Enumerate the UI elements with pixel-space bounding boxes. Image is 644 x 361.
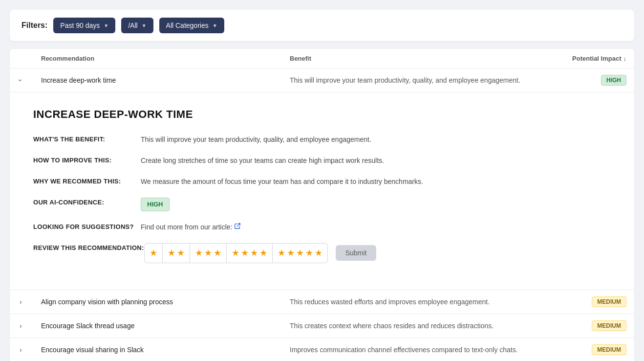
suggestions-value: Find out more from our article:	[141, 222, 611, 232]
star-filled: ★	[296, 247, 304, 260]
why-recommend-value: We measure the amount of focus time your…	[141, 177, 611, 187]
detail-panel: INCREASE DEEP-WORK TIME WHAT'S THE BENEF…	[10, 92, 634, 290]
star-group-5[interactable]: ★ ★ ★ ★ ★	[273, 244, 327, 263]
benefit-label: WHAT'S THE BENEFIT:	[33, 135, 141, 143]
expand-button-row1[interactable]: ›	[15, 77, 26, 84]
scope-filter-label: /All	[128, 22, 137, 29]
star-filled: ★	[305, 247, 313, 260]
star-group-3[interactable]: ★ ★ ★	[190, 244, 227, 263]
star-filled: ★	[287, 247, 295, 260]
impact-badge-cell: HIGH	[538, 75, 626, 86]
suggestions-row: LOOKING FOR SUGGESTIONS? Find out more f…	[33, 222, 611, 232]
filters-label: Filters:	[21, 21, 47, 30]
col-recommendation: Recommendation	[41, 55, 290, 62]
impact-badge-cell: MEDIUM	[538, 320, 626, 331]
star-filled: ★	[177, 247, 185, 260]
table-header: Recommendation Benefit Potential Impact …	[10, 49, 634, 68]
expand-button-row4[interactable]: ›	[18, 344, 24, 356]
table-row: › Encourage Slack thread usage This crea…	[10, 314, 634, 338]
main-card: Recommendation Benefit Potential Impact …	[10, 49, 634, 361]
sort-icon: ↓	[623, 55, 627, 62]
star-group-4[interactable]: ★ ★ ★ ★	[227, 244, 273, 263]
star-filled: ★	[195, 247, 203, 260]
why-recommend-label: WHY WE RECOMMED THIS:	[33, 177, 141, 185]
star-filled: ★	[150, 247, 157, 260]
how-to-improve-row: HOW TO IMPROVE THIS: Create long stretch…	[33, 156, 611, 166]
suggestions-label: LOOKING FOR SUGGESTIONS?	[33, 222, 141, 230]
star-rating[interactable]: ★ ★ ★ ★ ★ ★	[144, 243, 328, 263]
star-filled: ★	[214, 247, 221, 260]
impact-badge-cell: MEDIUM	[538, 296, 626, 307]
benefit-text: This reduces wasted efforts and improves…	[290, 298, 538, 306]
chevron-down-icon: ▼	[104, 23, 108, 28]
time-filter-button[interactable]: Past 90 days ▼	[53, 18, 115, 33]
star-filled: ★	[232, 247, 239, 260]
category-filter-label: All Categories	[166, 22, 209, 29]
ai-confidence-value: HIGH	[141, 198, 611, 211]
star-filled: ★	[168, 247, 175, 260]
benefit-value: This will improve your team productivity…	[141, 135, 611, 145]
recommendation-name: Encourage Slack thread usage	[41, 322, 290, 330]
expand-button-row2[interactable]: ›	[18, 296, 24, 308]
col-benefit: Benefit	[290, 55, 538, 62]
table-row: › Align company vision with planning pro…	[10, 290, 634, 314]
review-label: REVIEW THIS RECOMMENDATION:	[33, 243, 144, 251]
ai-confidence-label: OUR AI-CONFIDENCE:	[33, 198, 141, 206]
impact-badge-cell: MEDIUM	[538, 344, 626, 355]
star-filled: ★	[204, 247, 212, 260]
table-row: › Increase deep-work time This will impr…	[10, 68, 634, 92]
star-filled: ★	[259, 247, 267, 260]
scope-filter-button[interactable]: /All ▼	[121, 18, 153, 33]
benefit-row: WHAT'S THE BENEFIT: This will improve yo…	[33, 135, 611, 145]
why-recommend-row: WHY WE RECOMMED THIS: We measure the amo…	[33, 177, 611, 187]
table-row: › Encourage visual sharing in Slack Impr…	[10, 338, 634, 361]
col-potential-impact: Potential Impact ↓	[538, 55, 626, 62]
star-filled: ★	[278, 247, 285, 260]
time-filter-label: Past 90 days	[60, 22, 100, 29]
category-filter-button[interactable]: All Categories ▼	[159, 18, 224, 33]
chevron-down-icon: ▼	[142, 23, 147, 28]
impact-badge: MEDIUM	[592, 296, 626, 307]
confidence-badge: HIGH	[141, 198, 170, 211]
recommendation-name: Increase deep-work time	[41, 76, 290, 84]
external-link-icon	[234, 223, 241, 229]
filters-bar: Filters: Past 90 days ▼ /All ▼ All Categ…	[10, 10, 634, 41]
benefit-text: Improves communication channel effective…	[290, 346, 538, 354]
impact-badge: MEDIUM	[592, 320, 626, 331]
review-row: REVIEW THIS RECOMMENDATION: ★ ★ ★	[33, 243, 611, 263]
star-filled: ★	[315, 247, 322, 260]
ai-confidence-row: OUR AI-CONFIDENCE: HIGH	[33, 198, 611, 211]
star-filled: ★	[250, 247, 258, 260]
chevron-down-icon: ▼	[213, 23, 217, 28]
submit-button[interactable]: Submit	[336, 245, 377, 261]
benefit-text: This will improve your team productivity…	[290, 76, 538, 84]
star-filled: ★	[241, 247, 249, 260]
recommendation-name: Align company vision with planning proce…	[41, 298, 290, 306]
recommendation-name: Encourage visual sharing in Slack	[41, 346, 290, 354]
expand-button-row3[interactable]: ›	[18, 320, 24, 332]
detail-title: INCREASE DEEP-WORK TIME	[33, 108, 611, 121]
how-to-improve-label: HOW TO IMPROVE THIS:	[33, 156, 141, 164]
review-value: ★ ★ ★ ★ ★ ★	[144, 243, 611, 263]
article-link[interactable]	[234, 223, 241, 229]
how-to-improve-value: Create long stretches of time so your te…	[141, 156, 611, 166]
star-group-2[interactable]: ★ ★	[163, 244, 190, 263]
impact-badge: MEDIUM	[592, 344, 626, 355]
benefit-text: This creates context where chaos resides…	[290, 322, 538, 330]
impact-badge: HIGH	[601, 75, 626, 86]
star-group-1[interactable]: ★	[145, 244, 163, 263]
